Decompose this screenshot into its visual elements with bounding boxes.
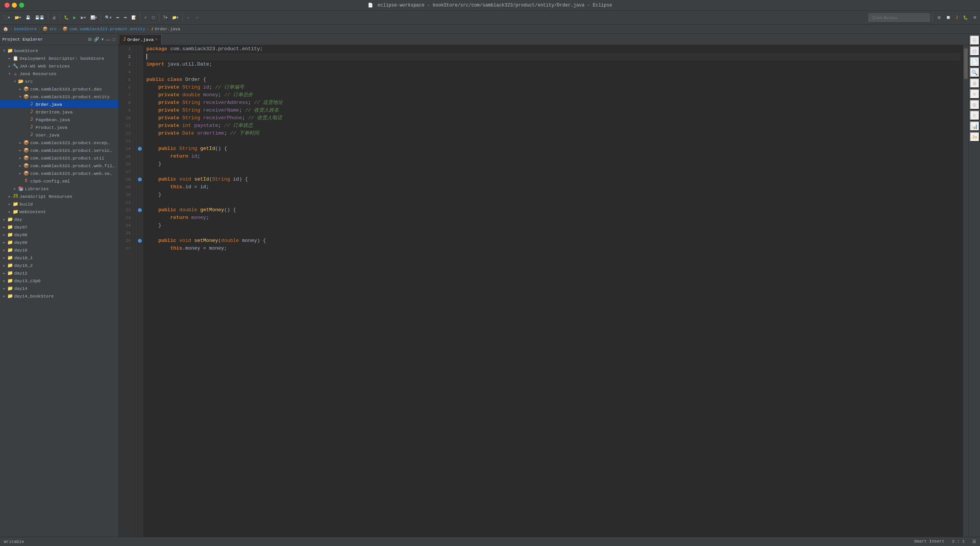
- perspective-git-button[interactable]: ⚙: [971, 13, 978, 22]
- open-type-button[interactable]: T▾: [161, 13, 169, 22]
- close-button[interactable]: [5, 3, 10, 8]
- java-file-icon: J: [28, 101, 34, 107]
- view-menu-button[interactable]: ▾: [101, 36, 105, 43]
- annotations-button[interactable]: 📝: [129, 13, 138, 22]
- tree-item-day10[interactable]: ▶ 📁 day10: [0, 246, 118, 254]
- code-line-18: public void setId(String id) {: [146, 176, 960, 183]
- tree-item-excep[interactable]: ▶ 📦 com.samblack323.product.excep…: [0, 139, 118, 146]
- day08-folder-icon: 📁: [7, 232, 13, 238]
- open-button[interactable]: 📂▾: [13, 13, 23, 22]
- search-sidebar-icon[interactable]: 🔍: [970, 67, 980, 77]
- run-button[interactable]: ▶: [71, 13, 78, 22]
- tab-close-button[interactable]: ×: [155, 38, 157, 42]
- tree-item-pagebean[interactable]: J PageBean.java: [0, 116, 118, 123]
- vertical-scrollbar[interactable]: [963, 45, 969, 537]
- status-position: 2 : 1: [952, 539, 965, 544]
- perspective-layout-button[interactable]: ⊞: [936, 13, 942, 22]
- tree-item-webcontent[interactable]: ▶ 📁 WebContent: [0, 208, 118, 215]
- contact-icon[interactable]: @: [970, 46, 980, 56]
- bookmark-14: [138, 147, 142, 151]
- tree-item-bookstore[interactable]: ▼ 📁 bookStore: [0, 47, 118, 54]
- collapse-all-button[interactable]: ⊟: [87, 36, 92, 43]
- tree-item-day08[interactable]: ▶ 📁 day08: [0, 231, 118, 238]
- breadcrumb-package[interactable]: com.samblack323.product.entity: [69, 27, 145, 31]
- run-last-button[interactable]: ▶▾: [79, 13, 88, 22]
- tree-item-day13[interactable]: ▶ 📁 day13_c3p0: [0, 277, 118, 285]
- code-line-2: [146, 53, 960, 61]
- tree-item-service[interactable]: ▶ 📦 com.samblack323.product.servic…: [0, 146, 118, 154]
- new-button[interactable]: ⬛▾: [2, 13, 12, 22]
- tree-item-src[interactable]: ▼ 📂 src: [0, 77, 118, 85]
- tree-item-libraries[interactable]: ▶ 📚 Libraries: [0, 185, 118, 192]
- tree-item-deployment[interactable]: ▶ 📋 Deployment Descriptor: bookStore: [0, 54, 118, 62]
- task-list-icon[interactable]: ☰: [970, 35, 980, 45]
- tree-item-build[interactable]: ▶ 📁 build: [0, 200, 118, 208]
- tree-item-day10-1[interactable]: ▶ 📁 day10_1: [0, 254, 118, 261]
- grid-icon[interactable]: ⊞: [970, 100, 980, 110]
- tree-item-dao[interactable]: ▶ 📦 com.samblack323.product.dao: [0, 85, 118, 93]
- coverage-button[interactable]: 📊▾: [88, 13, 99, 22]
- day12-folder-icon: 📁: [7, 270, 13, 276]
- monitor-icon[interactable]: 🖥: [970, 78, 980, 88]
- tree-item-day09[interactable]: ▶ 📁 day09: [0, 238, 118, 246]
- copy-icon[interactable]: ⎘: [970, 110, 980, 120]
- next-edit-button[interactable]: ➡: [122, 13, 129, 22]
- perspective-debug-button[interactable]: 🐛: [961, 13, 970, 22]
- tree-item-web-filter[interactable]: ▶ 📦 com.samblack323.product.web.fil…: [0, 162, 118, 169]
- minimize-button[interactable]: [12, 3, 17, 8]
- open-resource-button[interactable]: 📁▾: [170, 13, 180, 22]
- server-icon[interactable]: ≡: [970, 89, 980, 99]
- tree-item-entity[interactable]: ▼ 📦 com.samblack323.product.entity: [0, 93, 118, 100]
- maximize-button[interactable]: [19, 3, 24, 8]
- tree-item-day14-bookstore[interactable]: ▶ 📁 day14_bookStore: [0, 292, 118, 300]
- search-refactor-button[interactable]: 🔍▾: [103, 13, 113, 22]
- breadcrumb-src[interactable]: src: [49, 27, 57, 31]
- maximize-panel-button[interactable]: □: [112, 36, 116, 43]
- code-line-7: private double money; // 订单总价: [146, 91, 960, 99]
- tree-item-day[interactable]: ▶ 📁 day: [0, 215, 118, 223]
- tree-item-day10-2[interactable]: ▶ 📁 day10_2: [0, 261, 118, 269]
- tree-item-product[interactable]: J Product.java: [0, 123, 118, 131]
- tree-item-util[interactable]: ▶ 📦 com.samblack323.product.util: [0, 154, 118, 162]
- tab-order-java[interactable]: J Order.java ×: [119, 34, 162, 45]
- previous-edit-button[interactable]: ⬅: [114, 13, 121, 22]
- scrollbar-thumb[interactable]: [964, 48, 968, 79]
- window-controls[interactable]: [5, 3, 24, 8]
- bookmark-sidebar-icon[interactable]: 📄: [970, 57, 980, 67]
- minimize-panel-button[interactable]: —: [105, 36, 111, 43]
- tree-item-order-java[interactable]: J Order.java: [0, 100, 118, 108]
- tree-item-web-servlet[interactable]: ▶ 📦 com.samblack323.product.web.se…: [0, 169, 118, 177]
- code-content[interactable]: package com.samblack323.product.entity; …: [143, 45, 963, 537]
- bookmark-22: [138, 208, 142, 212]
- right-sidebar: ☰ @ 📄 🔍 🖥 ≡ ⊞ ⎘ 📊 Ju: [969, 34, 980, 537]
- perspective-java-button[interactable]: J: [954, 13, 960, 22]
- debug-button[interactable]: 🐛: [62, 13, 70, 22]
- breadcrumb-bookstore[interactable]: bookStore: [14, 27, 37, 31]
- code-editor[interactable]: 1 2 3 4 5 6 7 8 9 10 11 12 13 14 15 16 1…: [119, 45, 969, 537]
- chevron-right-icon: ▶: [7, 56, 12, 61]
- tree-item-c3p0[interactable]: X c3p0-config.xml: [0, 177, 118, 185]
- chevron-down-icon-4: ▼: [18, 94, 23, 99]
- back-button[interactable]: ←: [185, 13, 192, 22]
- tree-item-day14[interactable]: ▶ 📁 day14: [0, 285, 118, 292]
- quick-access-input[interactable]: [869, 13, 930, 22]
- tree-item-day12[interactable]: ▶ 📁 day12: [0, 269, 118, 277]
- java-perspective-icon[interactable]: Ju: [970, 132, 980, 142]
- tasks-button[interactable]: ✓: [142, 13, 149, 22]
- tree-item-orderitem[interactable]: J OrderItem.java: [0, 108, 118, 116]
- tree-item-jax[interactable]: ▶ 🔧 JAX-WS Web Services: [0, 62, 118, 70]
- breadcrumb-file[interactable]: Order.java: [155, 27, 180, 31]
- print-button[interactable]: 🖨: [50, 13, 58, 22]
- mark-occurrences-button[interactable]: ⬡: [150, 13, 157, 22]
- tree-item-user[interactable]: J User.java: [0, 131, 118, 139]
- save-all-button[interactable]: 💾💾: [33, 13, 46, 22]
- breadcrumb: 🏠 › bookStore › 📦 src › 📦 com.samblack32…: [0, 25, 980, 34]
- link-editor-button[interactable]: 🔗: [93, 36, 100, 43]
- forward-button[interactable]: →: [193, 13, 201, 22]
- tree-item-js-resources[interactable]: ▶ JS JavaScript Resources: [0, 192, 118, 200]
- tree-item-day07[interactable]: ▶ 📁 day07: [0, 223, 118, 231]
- save-button[interactable]: 💾: [24, 13, 32, 22]
- tree-item-java-resources[interactable]: ▼ ☕ Java Resources: [0, 70, 118, 77]
- perspective-open-button[interactable]: 🔲: [944, 13, 952, 22]
- table-icon[interactable]: 📊: [970, 121, 980, 131]
